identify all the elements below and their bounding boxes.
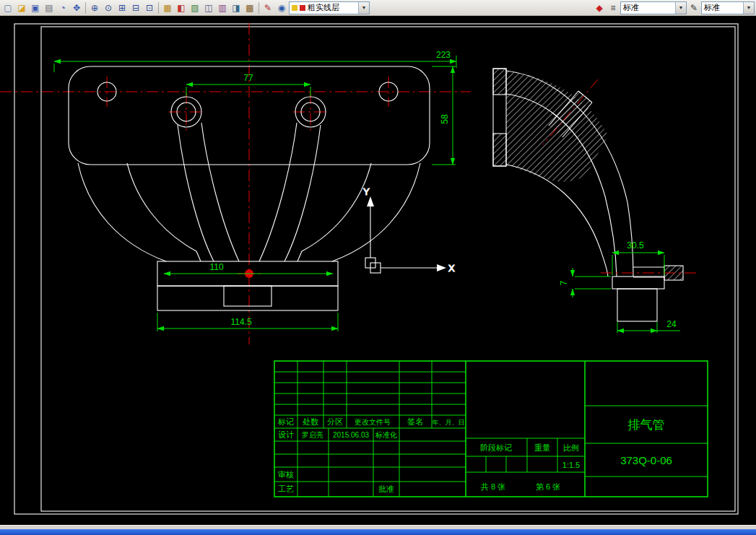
toolbar-separator bbox=[258, 2, 259, 14]
pan-icon[interactable]: ✥ bbox=[70, 1, 83, 14]
layer-combo-value: 粗实线层 bbox=[308, 2, 339, 13]
side-view bbox=[493, 69, 683, 321]
layer-combo[interactable]: 粗实线层 ▼ bbox=[289, 1, 370, 14]
tb-approve-label: 批准 bbox=[378, 484, 394, 493]
tb-drawing-no: 373Q-0-06 bbox=[620, 454, 672, 466]
cad-app-window: ▢ ◪ ▣ ▤ ◔ ✥ ⊕ ⊙ ⊞ ⊟ ⊡ ▦ ◧ ▨ ◫ ▥ ◨ ▩ ✎ ◉ … bbox=[0, 0, 756, 535]
regen-icon[interactable]: ◉ bbox=[275, 1, 288, 14]
dim-port-spacing: 77 bbox=[243, 73, 253, 83]
zoom-window-icon[interactable]: ⊕ bbox=[88, 1, 101, 14]
tb-header-change-no: 更改文件号 bbox=[355, 418, 391, 426]
dim-style-combo[interactable]: 标准 ▼ bbox=[701, 1, 755, 14]
tb-design-date: 2015.06.03 bbox=[333, 431, 369, 439]
tb-process-label: 工艺 bbox=[278, 484, 294, 493]
print-icon[interactable]: ▤ bbox=[43, 1, 56, 14]
zoom-out-icon[interactable]: ⊟ bbox=[129, 1, 142, 14]
drawing-svg: Y X 223 77 58 bbox=[0, 16, 756, 525]
toolbar-separator bbox=[85, 2, 86, 14]
dim-side-block-width: 24 bbox=[666, 319, 677, 329]
tb-scale-value: 1:1.5 bbox=[562, 461, 580, 469]
toolbar: ▢ ◪ ▣ ▤ ◔ ✥ ⊕ ⊙ ⊞ ⊟ ⊡ ▦ ◧ ▨ ◫ ▥ ◨ ▩ ✎ ◉ … bbox=[0, 0, 756, 16]
sheet-frame bbox=[14, 24, 738, 514]
tb-designer: 罗启亮 bbox=[302, 431, 323, 439]
tb-part-name: 排气管 bbox=[628, 418, 665, 432]
chevron-down-icon[interactable]: ▼ bbox=[743, 2, 754, 14]
dim-outlet-plate-width: 114.5 bbox=[230, 317, 251, 327]
chevron-down-icon[interactable]: ▼ bbox=[675, 2, 686, 14]
tb-sheets-total: 共 8 张 bbox=[480, 482, 505, 491]
chevron-down-icon[interactable]: ▼ bbox=[358, 2, 369, 14]
taskbar-edge bbox=[0, 529, 756, 535]
tb-header-mark: 标记 bbox=[277, 417, 294, 426]
color-control-icon[interactable]: ◆ bbox=[593, 1, 606, 14]
layer-on-icon bbox=[292, 5, 297, 11]
dim-flange-height: 58 bbox=[440, 114, 450, 124]
centerlines-front bbox=[0, 23, 471, 344]
dim-side-flange-thickness: 7 bbox=[559, 280, 569, 285]
dim-outlet-width: 110 bbox=[209, 262, 223, 272]
tb-design-label: 设计 bbox=[278, 430, 294, 439]
text-style-icon[interactable]: ◫ bbox=[202, 1, 215, 14]
zoom-in-icon[interactable]: ⊞ bbox=[116, 1, 129, 14]
properties-icon[interactable]: ▩ bbox=[243, 1, 256, 14]
dim-style-icon[interactable]: ▥ bbox=[216, 1, 229, 14]
preview-icon[interactable]: ◔ bbox=[56, 1, 69, 14]
text-style-combo[interactable]: 标准 ▼ bbox=[620, 1, 687, 14]
style-edit-icon[interactable]: ✎ bbox=[687, 1, 700, 14]
layer-color-icon[interactable]: ◧ bbox=[175, 1, 188, 14]
tb-check-label: 审核 bbox=[278, 470, 294, 479]
dim-style-combo-value: 标准 bbox=[704, 2, 720, 13]
side-outlet-flange bbox=[612, 277, 664, 289]
tb-sheet-current: 第 6 张 bbox=[536, 482, 560, 491]
linetype-icon[interactable]: ▨ bbox=[188, 1, 201, 14]
toolbar-separator bbox=[158, 2, 159, 14]
tb-header-date: 年、月、日 bbox=[433, 419, 465, 426]
tb-scale-label: 比例 bbox=[563, 443, 579, 452]
ucs-icon: Y X bbox=[363, 186, 455, 274]
dim-flange-width: 223 bbox=[436, 50, 451, 60]
tb-weight-label: 重量 bbox=[534, 443, 550, 452]
drawing-canvas[interactable]: Y X 223 77 58 bbox=[0, 16, 756, 525]
new-icon[interactable]: ▢ bbox=[1, 1, 14, 14]
layer-color-chip bbox=[300, 5, 305, 11]
lineweight-icon[interactable]: ≡ bbox=[607, 1, 620, 14]
layers-icon[interactable]: ▦ bbox=[161, 1, 174, 14]
table-icon[interactable]: ◨ bbox=[230, 1, 243, 14]
tb-header-sign: 签名 bbox=[407, 417, 423, 426]
x-axis-label: X bbox=[448, 263, 455, 274]
zoom-extents-icon[interactable]: ⊡ bbox=[143, 1, 156, 14]
tb-stage-mark-label: 阶段标记 bbox=[480, 443, 512, 452]
match-props-icon[interactable]: ✎ bbox=[261, 1, 274, 14]
tb-header-count: 处数 bbox=[303, 417, 318, 426]
y-axis-label: Y bbox=[363, 186, 370, 197]
zoom-dynamic-icon[interactable]: ⊙ bbox=[102, 1, 115, 14]
tb-standardization-label: 标准化 bbox=[375, 431, 397, 439]
save-icon[interactable]: ▣ bbox=[29, 1, 42, 14]
open-icon[interactable]: ◪ bbox=[15, 1, 28, 14]
tb-header-zone: 分区 bbox=[327, 417, 343, 426]
dim-side-flange-width: 30.5 bbox=[627, 240, 644, 251]
text-style-combo-value: 标准 bbox=[623, 2, 639, 13]
